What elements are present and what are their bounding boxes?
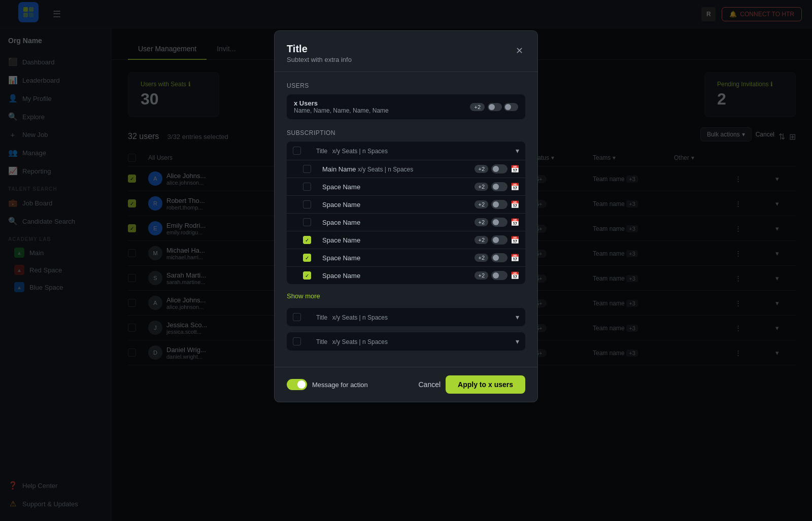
space3-controls: +2 📅 — [475, 218, 519, 227]
space4-name: Space Name — [322, 236, 470, 244]
space1-checkbox[interactable] — [303, 183, 311, 191]
message-label: Message for action — [312, 381, 368, 389]
space4-seat-pill: +2 — [475, 236, 488, 244]
space3-checkbox[interactable] — [303, 218, 311, 226]
modal-close-button[interactable]: ✕ — [514, 43, 525, 58]
users-chip-title: x Users — [294, 99, 389, 107]
space1-calendar-icon[interactable]: 📅 — [511, 183, 519, 191]
modal-overlay[interactable]: Title Subtext with extra info ✕ Users x … — [0, 0, 812, 521]
sub1-seats-info: x/y Seats | n Spaces — [332, 148, 388, 155]
space-row-3: Space Name +2 📅 — [287, 214, 525, 231]
space-row-2: Space Name +2 📅 — [287, 196, 525, 214]
modal-header: Title Subtext with extra info ✕ — [275, 31, 537, 72]
subscription-row-2: Title x/y Seats | n Spaces ▾ — [287, 308, 525, 326]
subscription-group-2: Title x/y Seats | n Spaces ▾ — [287, 308, 525, 326]
sub1-checkbox[interactable] — [293, 147, 301, 155]
space5-calendar-icon[interactable]: 📅 — [511, 254, 519, 262]
space6-name: Space Name — [322, 272, 470, 280]
space0-toggle[interactable] — [491, 164, 507, 173]
space6-controls: +2 📅 — [475, 271, 519, 280]
apply-button[interactable]: Apply to x users — [446, 375, 525, 394]
space-row-4: Space Name +2 📅 — [287, 231, 525, 249]
space-row-5: Space Name +2 📅 — [287, 249, 525, 267]
modal: Title Subtext with extra info ✕ Users x … — [274, 30, 538, 402]
sub1-title-text: Title — [316, 148, 327, 155]
space2-checkbox[interactable] — [303, 200, 311, 209]
space3-name: Space Name — [322, 219, 470, 226]
subscription-row-3: Title x/y Seats | n Spaces ▾ — [287, 332, 525, 351]
sub2-expand-icon[interactable]: ▾ — [516, 313, 519, 321]
space2-controls: +2 📅 — [475, 200, 519, 209]
space-row-0: Main Name x/y Seats | n Spaces +2 📅 — [287, 160, 525, 178]
sub2-title: Title x/y Seats | n Spaces — [313, 314, 512, 321]
space0-controls: +2 📅 — [475, 164, 519, 173]
footer-right: Cancel Apply to x users — [418, 375, 525, 394]
space6-toggle[interactable] — [491, 271, 507, 280]
show-more-button[interactable]: Show more — [287, 290, 320, 302]
space-row-6: Space Name +2 📅 — [287, 267, 525, 284]
space0-name: Main Name x/y Seats | n Spaces — [322, 165, 470, 173]
space6-seat-pill: +2 — [475, 271, 488, 280]
toggle-pair — [488, 103, 518, 111]
space5-checkbox[interactable] — [303, 254, 311, 262]
space4-checkbox[interactable] — [303, 236, 311, 244]
sub3-seats-info: x/y Seats | n Spaces — [332, 338, 388, 345]
users-chip-left: x Users Name, Name, Name, Name, Name — [294, 99, 389, 114]
space6-checkbox[interactable] — [303, 271, 311, 280]
space1-toggle[interactable] — [491, 182, 507, 191]
modal-subtitle: Subtext with extra info — [287, 56, 352, 63]
sub1-expand-icon[interactable]: ▾ — [516, 147, 519, 155]
toggle-left-button[interactable] — [488, 103, 502, 111]
space0-checkbox[interactable] — [303, 165, 311, 173]
space4-toggle[interactable] — [491, 235, 507, 245]
modal-title: Title — [287, 43, 352, 55]
subscription-section-label: Subscription — [287, 129, 525, 136]
modal-title-group: Title Subtext with extra info — [287, 43, 352, 63]
toggle-right-button[interactable] — [504, 103, 518, 111]
subscription-group-1: Title x/y Seats | n Spaces ▾ Main Name x… — [287, 142, 525, 284]
sub3-title: Title x/y Seats | n Spaces — [313, 338, 512, 345]
users-chip-row: x Users Name, Name, Name, Name, Name +2 — [287, 94, 525, 119]
space4-controls: +2 📅 — [475, 235, 519, 245]
subscription-row-1: Title x/y Seats | n Spaces ▾ — [287, 142, 525, 160]
modal-body: Users x Users Name, Name, Name, Name, Na… — [275, 72, 537, 367]
users-section-label: Users — [287, 82, 525, 89]
sub2-title-text: Title — [316, 314, 327, 321]
sub3-checkbox[interactable] — [293, 337, 301, 345]
space5-toggle[interactable] — [491, 253, 507, 262]
space6-calendar-icon[interactable]: 📅 — [511, 271, 519, 280]
space2-toggle[interactable] — [491, 200, 507, 209]
sub2-checkbox[interactable] — [293, 313, 301, 321]
sub3-title-text: Title — [316, 338, 327, 345]
space2-name: Space Name — [322, 201, 470, 209]
users-chip-names: Name, Name, Name, Name, Name — [294, 107, 389, 114]
users-plus-badge: +2 — [470, 103, 485, 111]
space1-seat-pill: +2 — [475, 183, 488, 191]
space3-toggle[interactable] — [491, 218, 507, 227]
subscription-group-3: Title x/y Seats | n Spaces ▾ — [287, 332, 525, 351]
space4-calendar-icon[interactable]: 📅 — [511, 236, 519, 244]
space0-calendar-icon[interactable]: 📅 — [511, 165, 519, 173]
space5-controls: +2 📅 — [475, 253, 519, 262]
space5-seat-pill: +2 — [475, 254, 488, 262]
space3-calendar-icon[interactable]: 📅 — [511, 218, 519, 226]
sub1-title: Title x/y Seats | n Spaces — [313, 147, 512, 155]
footer-left: Message for action — [287, 379, 368, 390]
sub2-seats-info: x/y Seats | n Spaces — [332, 314, 388, 321]
message-toggle-button[interactable] — [287, 379, 307, 390]
sub3-expand-icon[interactable]: ▾ — [516, 337, 519, 345]
space3-seat-pill: +2 — [475, 218, 488, 226]
space2-calendar-icon[interactable]: 📅 — [511, 200, 519, 209]
space-row-1: Space Name +2 📅 — [287, 178, 525, 196]
space1-name: Space Name — [322, 183, 470, 191]
space1-controls: +2 📅 — [475, 182, 519, 191]
space0-seat-pill: +2 — [475, 165, 488, 173]
space2-seat-pill: +2 — [475, 200, 488, 209]
users-chip-right: +2 — [470, 103, 518, 111]
space5-name: Space Name — [322, 254, 470, 262]
modal-footer: Message for action Cancel Apply to x use… — [275, 367, 537, 402]
modal-cancel-button[interactable]: Cancel — [418, 380, 441, 389]
